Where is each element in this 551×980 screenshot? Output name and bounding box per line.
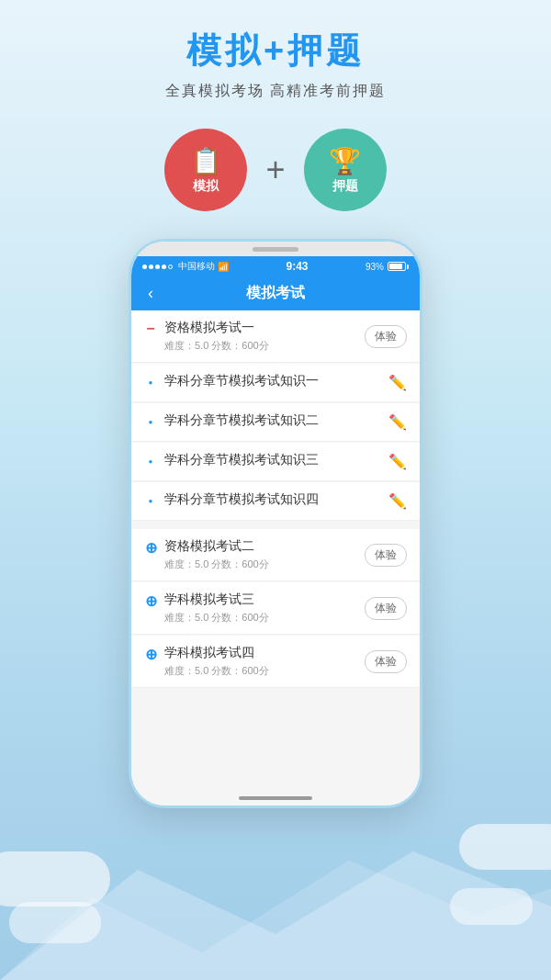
item-left: ● 学科分章节模拟考试知识三 [144, 452, 388, 471]
dot-plus: ⊕ [144, 648, 157, 660]
status-bar: 中国移动 📶 9:43 93% [131, 256, 420, 276]
phone-frame: 中国移动 📶 9:43 93% ‹ 模拟考试 [129, 239, 422, 808]
home-indicator [239, 796, 312, 800]
yati-label: 押题 [332, 178, 358, 195]
item-text: 资格模拟考试二 难度：5.0 分数：600分 [164, 538, 365, 571]
moni-icon: 📋 [190, 146, 222, 176]
item-subtitle: 难度：5.0 分数：600分 [164, 558, 365, 571]
item-left: ● 学科分章节模拟考试知识一 [144, 373, 388, 392]
item-left: − 资格模拟考试一 难度：5.0 分数：600分 [144, 320, 365, 353]
cloud-decoration-left [0, 851, 110, 907]
item-subtitle: 难度：5.0 分数：600分 [164, 611, 365, 625]
list-item: ⊕ 资格模拟考试二 难度：5.0 分数：600分 体验 [131, 529, 420, 581]
item-action[interactable]: ✏️ [388, 492, 407, 510]
item-action[interactable]: ✏️ [388, 453, 407, 470]
item-title: 学科模拟考试四 [164, 645, 365, 661]
cloud-decoration-right2 [450, 888, 533, 925]
moni-label: 模拟 [193, 178, 219, 195]
list-item: ● 学科分章节模拟考试知识三 ✏️ [131, 443, 420, 481]
battery-body [388, 262, 406, 271]
item-action[interactable]: 体验 [365, 325, 407, 348]
item-text: 学科分章节模拟考试知识三 [164, 452, 388, 471]
item-left: ⊕ 资格模拟考试二 难度：5.0 分数：600分 [144, 538, 365, 571]
item-text: 资格模拟考试一 难度：5.0 分数：600分 [164, 320, 365, 353]
wifi-icon: 📶 [218, 262, 229, 272]
edit-icon[interactable]: ✏️ [388, 414, 407, 430]
item-title: 资格模拟考试一 [164, 320, 365, 336]
item-title: 资格模拟考试二 [164, 538, 365, 555]
item-text: 学科模拟考试三 难度：5.0 分数：600分 [164, 591, 365, 625]
experience-button[interactable]: 体验 [365, 544, 407, 567]
item-subtitle: 难度：5.0 分数：600分 [164, 664, 365, 678]
signal-dot-2 [149, 265, 153, 269]
dot-minus: − [144, 322, 157, 335]
experience-button[interactable]: 体验 [365, 325, 407, 348]
item-action[interactable]: 体验 [365, 597, 407, 620]
dot-plus: ⊕ [144, 541, 157, 554]
experience-button[interactable]: 体验 [365, 597, 407, 620]
screen-title: 模拟考试 [246, 284, 305, 303]
list-item: ⊕ 学科模拟考试三 难度：5.0 分数：600分 体验 [131, 582, 420, 635]
battery-indicator [388, 262, 409, 271]
item-title: 学科模拟考试三 [164, 591, 365, 608]
carrier-name: 中国移动 [178, 260, 215, 273]
edit-icon[interactable]: ✏️ [388, 375, 407, 390]
item-left: ⊕ 学科模拟考试四 难度：5.0 分数：600分 [144, 645, 365, 678]
icons-row: 📋 模拟 + 🏆 押题 [0, 129, 551, 211]
signal-dot-5 [168, 265, 173, 269]
battery-tip [407, 265, 409, 269]
item-left: ● 学科分章节模拟考试知识二 [144, 412, 388, 432]
item-subtitle: 难度：5.0 分数：600分 [164, 339, 365, 353]
signal-dot-4 [162, 265, 166, 269]
item-left: ● 学科分章节模拟考试知识四 [144, 491, 388, 511]
item-title: 学科分章节模拟考试知识一 [164, 373, 388, 389]
signal-dots [142, 265, 173, 269]
top-section: 模拟+押题 全真模拟考场 高精准考前押题 📋 模拟 + 🏆 押题 [0, 0, 551, 211]
item-title: 学科分章节模拟考试知识二 [164, 412, 388, 429]
dot-bullet: ● [144, 455, 157, 467]
signal-dot-1 [142, 265, 147, 269]
signal-dot-3 [155, 265, 160, 269]
dot-plus: ⊕ [144, 594, 157, 607]
list-item: ● 学科分章节模拟考试知识二 ✏️ [131, 403, 420, 442]
edit-icon[interactable]: ✏️ [388, 493, 407, 509]
status-left: 中国移动 📶 [142, 260, 229, 273]
item-action[interactable]: 体验 [365, 544, 407, 567]
app-content[interactable]: − 资格模拟考试一 难度：5.0 分数：600分 体验 ● 学科分章节模拟考试知… [131, 310, 420, 808]
item-text: 学科模拟考试四 难度：5.0 分数：600分 [164, 645, 365, 678]
plus-separator: + [265, 151, 285, 189]
main-title: 模拟+押题 [0, 28, 551, 74]
time-display: 9:43 [286, 260, 308, 273]
sub-title: 全真模拟考场 高精准考前押题 [0, 82, 551, 101]
back-button[interactable]: ‹ [142, 284, 159, 303]
status-right: 93% [365, 262, 409, 272]
item-action[interactable]: 体验 [365, 650, 407, 673]
dot-bullet: ● [144, 376, 157, 389]
dot-bullet: ● [144, 415, 157, 428]
phone-speaker [253, 247, 298, 252]
edit-icon[interactable]: ✏️ [388, 454, 407, 469]
moni-icon-bubble: 📋 模拟 [164, 129, 247, 211]
battery-fill [389, 264, 402, 269]
yati-icon: 🏆 [329, 146, 361, 176]
battery-percent: 93% [365, 262, 384, 272]
phone-wrapper: 中国移动 📶 9:43 93% ‹ 模拟考试 [0, 239, 551, 808]
item-action[interactable]: ✏️ [388, 374, 407, 391]
item-left: ⊕ 学科模拟考试三 难度：5.0 分数：600分 [144, 591, 365, 625]
list-item: ● 学科分章节模拟考试知识四 ✏️ [131, 482, 420, 521]
cloud-decoration-right [459, 824, 551, 870]
yati-icon-bubble: 🏆 押题 [304, 129, 387, 211]
dot-bullet: ● [144, 494, 157, 507]
item-title: 学科分章节模拟考试知识三 [164, 452, 388, 468]
item-title: 学科分章节模拟考试知识四 [164, 491, 388, 508]
item-text: 学科分章节模拟考试知识一 [164, 373, 388, 392]
cloud-decoration-left2 [9, 902, 101, 943]
section-gap [131, 522, 420, 529]
item-text: 学科分章节模拟考试知识二 [164, 412, 388, 432]
list-item: ● 学科分章节模拟考试知识一 ✏️ [131, 364, 420, 402]
item-text: 学科分章节模拟考试知识四 [164, 491, 388, 511]
item-action[interactable]: ✏️ [388, 413, 407, 431]
experience-button[interactable]: 体验 [365, 650, 407, 673]
app-header: ‹ 模拟考试 [131, 276, 420, 310]
list-item: − 资格模拟考试一 难度：5.0 分数：600分 体验 [131, 310, 420, 363]
